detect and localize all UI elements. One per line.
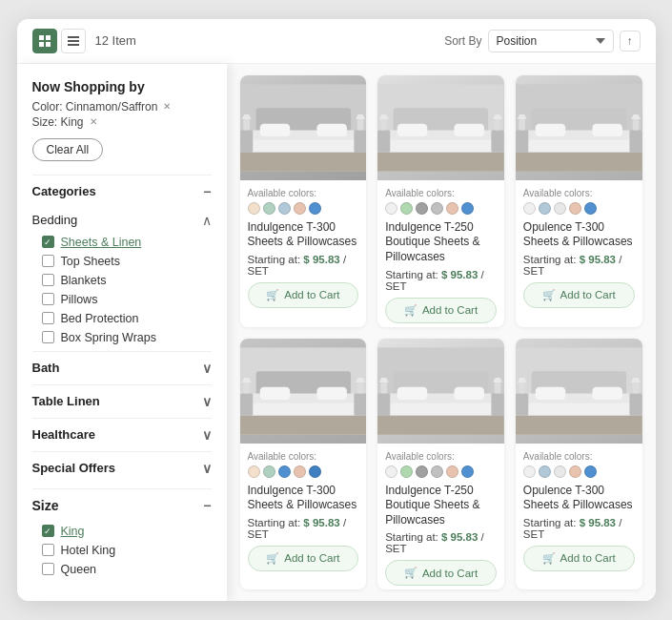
svg-rect-11 (316, 124, 347, 136)
svg-rect-75 (536, 386, 566, 399)
add-to-cart-label: Add to Cart (284, 552, 339, 564)
category-box-spring-wraps[interactable]: Box Spring Wraps (38, 328, 212, 347)
color-dot (263, 465, 275, 478)
hotel-king-label: Hotel King (61, 544, 116, 557)
healthcare-header[interactable]: Healthcare ∨ (32, 418, 212, 451)
color-dot (569, 202, 581, 215)
svg-rect-51 (252, 403, 355, 415)
sort-direction-btn[interactable]: ↑ (620, 31, 641, 52)
color-dot (431, 465, 443, 478)
svg-rect-83 (633, 382, 640, 393)
add-to-cart-button[interactable]: 🛒 Add to Cart (523, 282, 635, 308)
svg-rect-28 (492, 130, 504, 152)
remove-size-filter[interactable]: ✕ (90, 116, 97, 127)
cart-icon: 🛒 (542, 552, 556, 565)
bedding-header[interactable]: Bedding ∧ (32, 208, 212, 233)
price-value: $ 95.83 (303, 517, 339, 528)
price-value: $ 95.83 (441, 269, 478, 280)
product-price: Starting at: $ 95.83 / SET (248, 517, 359, 540)
checkbox-box-spring-wraps[interactable] (42, 331, 54, 343)
filter-color-label: Color: Cinnamon/Saffron (32, 100, 158, 114)
add-to-cart-button[interactable]: 🛒 Add to Cart (248, 546, 359, 571)
svg-rect-62 (397, 386, 428, 399)
available-colors-label: Available colors: (248, 188, 359, 198)
bedding-toggle-icon: ∧ (202, 213, 212, 228)
color-dot (248, 202, 260, 215)
pillows-label: Pillows (61, 293, 98, 306)
category-bed-protection[interactable]: Bed Protection (38, 309, 212, 328)
checkbox-pillows[interactable] (42, 293, 54, 305)
filter-color-tag: Color: Cinnamon/Saffron ✕ (32, 100, 212, 114)
available-colors-label: Available colors: (523, 188, 635, 198)
available-colors-label: Available colors: (385, 451, 497, 462)
sort-select[interactable]: Position Name Price: Low to High Price: … (488, 30, 614, 52)
add-to-cart-button[interactable]: 🛒 Add to Cart (523, 546, 635, 571)
product-image (240, 339, 367, 444)
checkbox-sheets-linen[interactable] (42, 236, 54, 248)
product-price: Starting at: $ 95.83 / SET (385, 531, 497, 554)
svg-rect-26 (377, 152, 504, 171)
add-to-cart-button[interactable]: 🛒 Add to Cart (248, 282, 359, 308)
size-king[interactable]: King (38, 522, 212, 541)
size-hotel-king[interactable]: Hotel King (38, 541, 212, 560)
size-queen[interactable]: Queen (38, 560, 212, 579)
categories-section: Categories − Bedding ∧ Sheets & Linen (32, 175, 212, 485)
product-price: Starting at: $ 95.83 / SET (523, 254, 635, 277)
category-pillows[interactable]: Pillows (38, 290, 212, 309)
product-body: Available colors: Indulgence T-250 Bouti… (377, 444, 504, 590)
color-dot (554, 202, 566, 215)
add-to-cart-button[interactable]: 🛒 Add to Cart (385, 560, 497, 586)
color-dot (539, 465, 551, 478)
add-to-cart-button[interactable]: 🛒 Add to Cart (385, 298, 497, 323)
bath-header[interactable]: Bath ∨ (32, 351, 212, 384)
product-price: Starting at: $ 95.83 / SET (248, 254, 359, 277)
checkbox-blankets[interactable] (42, 274, 54, 286)
svg-rect-15 (354, 130, 366, 152)
table-linen-label: Table Linen (32, 394, 100, 408)
categories-header[interactable]: Categories − (32, 175, 212, 208)
product-card-1: Available colors: Indulgence T-300 Sheet… (240, 75, 367, 327)
svg-rect-2 (39, 42, 44, 47)
svg-rect-42 (519, 119, 525, 131)
table-linen-header[interactable]: Table Linen ∨ (32, 384, 212, 418)
product-card-4: Available colors: Indulgence T-300 Sheet… (240, 339, 367, 590)
svg-rect-50 (316, 386, 347, 399)
size-section[interactable]: Size − (32, 488, 212, 522)
remove-color-filter[interactable]: ✕ (163, 101, 171, 112)
bedding-section: Bedding ∧ Sheets & Linen Top Sheets (32, 208, 212, 347)
grid-view-btn[interactable] (32, 29, 57, 53)
king-label[interactable]: King (61, 525, 85, 538)
sheets-linen-label[interactable]: Sheets & Linen (61, 236, 142, 249)
available-colors-label: Available colors: (248, 451, 359, 462)
price-value: $ 95.83 (580, 517, 616, 528)
product-name: Indulgence T-300 Sheets & Pillowcases (248, 484, 359, 513)
item-count: 12 Item (95, 33, 436, 48)
special-offers-header[interactable]: Special Offers ∨ (32, 451, 212, 485)
add-to-cart-label: Add to Cart (422, 568, 478, 579)
cart-icon: 🛒 (542, 289, 556, 301)
checkbox-bed-protection[interactable] (42, 312, 54, 324)
product-card-3: Available colors: Opulence T-300 Sheets … (516, 75, 642, 327)
category-top-sheets[interactable]: Top Sheets (38, 252, 212, 271)
checkbox-top-sheets[interactable] (42, 255, 54, 267)
product-image (516, 339, 642, 444)
sort-area: Sort By Position Name Price: Low to High… (444, 30, 640, 52)
checkbox-hotel-king[interactable] (42, 544, 54, 556)
svg-rect-4 (68, 36, 79, 38)
main-container: 12 Item Sort By Position Name Price: Low… (17, 19, 656, 602)
table-linen-toggle-icon: ∨ (202, 394, 212, 409)
product-name: Indulgence T-300 Sheets & Pillowcases (248, 220, 359, 250)
product-body: Available colors: Indulgence T-300 Sheet… (240, 444, 367, 590)
size-title: Size (32, 498, 59, 513)
clear-all-button[interactable]: Clear All (32, 138, 104, 161)
color-dots (248, 465, 359, 478)
product-name: Opulence T-300 Sheets & Pillowcases (523, 484, 635, 513)
list-view-btn[interactable] (61, 29, 86, 53)
svg-rect-1 (46, 35, 51, 40)
category-blankets[interactable]: Blankets (38, 271, 212, 290)
checkbox-king[interactable] (42, 525, 54, 537)
category-sheets-linen[interactable]: Sheets & Linen (38, 233, 212, 252)
sidebar: Now Shopping by Color: Cinnamon/Saffron … (17, 64, 227, 602)
checkbox-queen[interactable] (42, 563, 54, 575)
svg-rect-18 (356, 119, 363, 131)
